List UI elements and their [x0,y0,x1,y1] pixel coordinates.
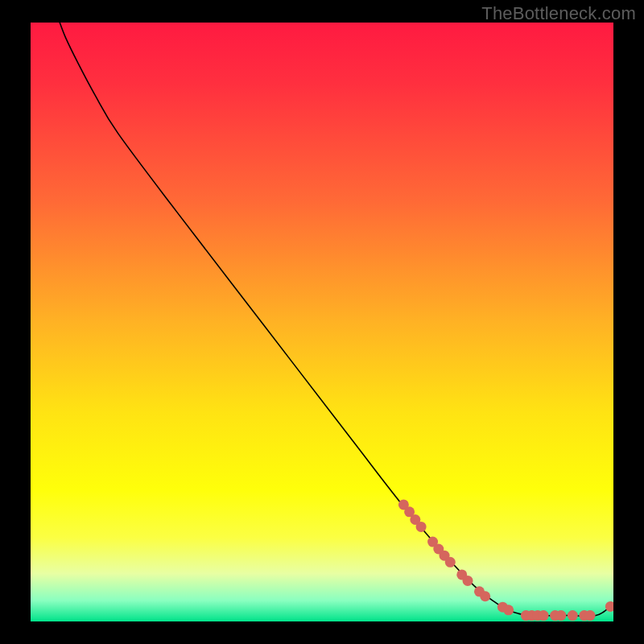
marker-point [585,610,596,621]
marker-point [539,610,549,621]
marker-point [568,610,578,621]
chart-plot [31,23,613,621]
watermark-text: TheBottleneck.com [481,3,636,24]
marker-point [416,522,427,532]
plot-background [31,23,613,621]
chart-frame: TheBottleneck.com [0,0,644,644]
marker-point [463,576,473,586]
marker-point [555,610,566,621]
marker-point [445,557,456,568]
marker-point [480,591,490,601]
marker-point [503,605,514,615]
